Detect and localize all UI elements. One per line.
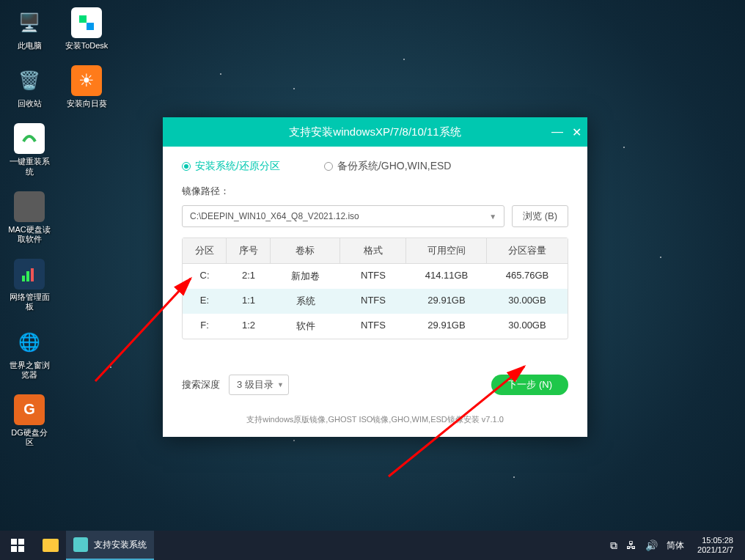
desktop-icon-browser[interactable]: 🌐世界之窗浏览器 [7, 327, 51, 380]
desktop-icon-network[interactable]: 网络管理面板 [7, 259, 51, 312]
globe-icon: 🌐 [14, 327, 45, 358]
image-path-input[interactable]: C:\DEEPIN_WIN10_X64_Q8_V2021.12.iso▼ [182, 205, 504, 227]
desktop-icons: 🖥️此电脑 安装ToDesk 🗑️回收站 ☀安装向日葵 一键重装系统 MAC硬盘… [7, 7, 109, 447]
apple-icon [14, 191, 45, 222]
ime-indicator[interactable]: 简体 [667, 539, 684, 552]
svg-rect-10 [18, 539, 24, 545]
network-icon[interactable]: 🖧 [626, 539, 636, 551]
devices-icon[interactable]: ⧉ [610, 539, 617, 552]
windows-icon [11, 539, 24, 552]
app-icon [73, 537, 88, 552]
svg-rect-0 [79, 15, 87, 23]
start-button[interactable] [0, 531, 35, 560]
clock[interactable]: 15:05:282021/12/7 [693, 536, 738, 555]
table-header: 分区 序号 卷标 格式 可用空间 分区容量 [183, 238, 568, 264]
taskbar-app-installer[interactable]: 支持安装系统 [66, 531, 154, 560]
reinstall-icon [14, 123, 45, 154]
close-button[interactable]: ✕ [572, 125, 581, 139]
desktop-icon-todesk[interactable]: 安装ToDesk [65, 7, 109, 51]
footer-text: 支持windows原版镜像,GHOST ISO镜像,GHO,WIM,ESD镜像安… [182, 414, 568, 425]
trash-icon: 🗑️ [14, 65, 45, 96]
system-tray: ⧉ 🖧 🔊 简体 15:05:282021/12/7 [603, 536, 745, 555]
path-label: 镜像路径： [182, 185, 568, 198]
partition-table: 分区 序号 卷标 格式 可用空间 分区容量 C:2:1新加卷NTFS414.11… [182, 237, 568, 339]
todesk-icon [71, 7, 102, 38]
depth-label: 搜索深度 [182, 378, 220, 391]
install-dialog: 支持安装windowsXP/7/8/10/11系统 — ✕ 安装系统/还原分区 … [163, 117, 587, 437]
desktop-icon-mac-hdd[interactable]: MAC硬盘读取软件 [7, 191, 51, 244]
chevron-down-icon: ▼ [277, 381, 284, 388]
svg-rect-3 [26, 271, 29, 281]
taskbar-explorer[interactable] [35, 531, 66, 560]
taskbar: 支持安装系统 ⧉ 🖧 🔊 简体 15:05:282021/12/7 [0, 531, 745, 560]
svg-rect-2 [22, 276, 25, 281]
minimize-button[interactable]: — [551, 125, 563, 139]
pc-icon: 🖥️ [14, 7, 45, 38]
radio-dot-icon [324, 162, 333, 171]
browse-button[interactable]: 浏览 (B) [512, 205, 568, 227]
network-icon [14, 259, 45, 290]
title-bar[interactable]: 支持安装windowsXP/7/8/10/11系统 — ✕ [163, 117, 587, 147]
desktop-icon-reinstall[interactable]: 一键重装系统 [7, 123, 51, 176]
desktop-icon-this-pc[interactable]: 🖥️此电脑 [7, 7, 51, 51]
radio-dot-icon [182, 162, 191, 171]
folder-icon [43, 539, 59, 552]
radio-install-restore[interactable]: 安装系统/还原分区 [182, 160, 280, 173]
chevron-down-icon: ▼ [489, 213, 496, 221]
svg-rect-4 [31, 268, 34, 281]
dialog-title: 支持安装windowsXP/7/8/10/11系统 [289, 125, 460, 139]
desktop-icon-dg[interactable]: GDG硬盘分区 [7, 394, 51, 447]
svg-rect-1 [87, 23, 94, 30]
radio-backup[interactable]: 备份系统/GHO,WIN,ESD [324, 160, 452, 173]
depth-select[interactable]: 3 级目录▼ [229, 375, 289, 395]
table-row[interactable]: E:1:1系统NTFS29.91GB30.00GB [183, 289, 568, 314]
next-button[interactable]: 下一步 (N) [491, 375, 568, 395]
desktop-icon-recycle[interactable]: 🗑️回收站 [7, 65, 51, 108]
table-row[interactable]: C:2:1新加卷NTFS414.11GB465.76GB [183, 264, 568, 289]
table-row[interactable]: F:1:2软件NTFS29.91GB30.00GB [183, 314, 568, 339]
svg-rect-11 [11, 546, 17, 552]
svg-rect-9 [11, 539, 17, 545]
volume-icon[interactable]: 🔊 [645, 539, 658, 551]
sunflower-icon: ☀ [71, 65, 102, 96]
svg-rect-12 [18, 546, 24, 552]
dg-icon: G [14, 394, 45, 425]
desktop-icon-sunflower[interactable]: ☀安装向日葵 [65, 65, 109, 108]
